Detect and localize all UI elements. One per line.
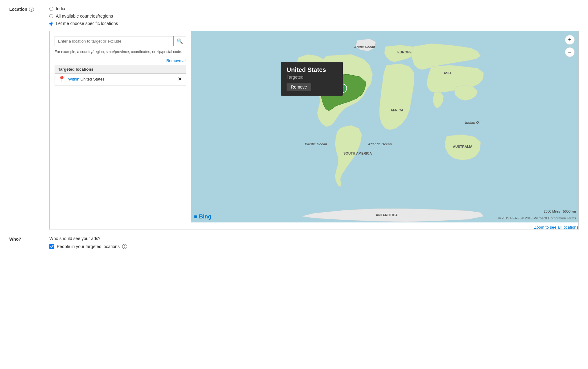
location-item-text: Within United States — [68, 77, 174, 81]
radio-specific[interactable]: Let me choose specific locations — [49, 21, 579, 26]
map-container: ASIA EUROPE AFRICA AUSTRALIA SOUTH AMERI… — [192, 31, 578, 222]
location-label: Location ? — [9, 6, 49, 12]
location-section: Location ? India All available countries… — [9, 6, 579, 230]
arctic-label: Arctic Ocean — [354, 45, 375, 49]
bing-logo: ■ Bing — [194, 214, 211, 220]
location-list-item: 📍 Within United States ✕ — [55, 74, 186, 85]
who-question: Who should see your ads? — [49, 236, 579, 241]
location-help-icon[interactable]: ? — [29, 7, 34, 12]
map-tooltip: United States Targeted Remove — [281, 62, 343, 96]
indian-label: Indian O... — [465, 121, 482, 124]
zoom-to-see-link[interactable]: Zoom to see all locations — [50, 225, 578, 230]
tooltip-status: Targeted — [287, 75, 337, 80]
search-button[interactable]: 🔍 — [173, 36, 186, 46]
pacific-label: Pacific Ocean — [305, 142, 327, 146]
search-row: 🔍 — [55, 36, 186, 46]
scale-miles: 2500 Miles — [544, 209, 560, 213]
location-radio-group: India All available countries/regions Le… — [49, 6, 579, 26]
people-in-targeted-checkbox[interactable] — [49, 244, 54, 249]
bing-text: Bing — [199, 214, 211, 220]
radio-specific-input[interactable] — [49, 22, 53, 26]
remove-all-link[interactable]: Remove all — [55, 58, 186, 63]
people-in-targeted-text: People in your targeted locations — [57, 244, 120, 249]
location-left-panel: 🔍 For example, a country/region, state/p… — [50, 31, 192, 222]
who-label: Who? — [9, 236, 49, 242]
who-help-icon[interactable]: ? — [122, 244, 127, 249]
atlantic-label: Atlantic Ocean — [368, 142, 392, 146]
tooltip-title: United States — [287, 66, 337, 73]
location-search-input[interactable] — [55, 36, 173, 46]
location-remove-button[interactable]: ✕ — [176, 76, 183, 82]
people-in-targeted-label[interactable]: People in your targeted locations ? — [49, 244, 579, 249]
targeted-locations-list: 📍 Within United States ✕ — [55, 73, 186, 85]
location-item-name: United States — [81, 77, 105, 81]
who-section: Who? Who should see your ads? People in … — [9, 236, 579, 249]
tooltip-remove-button[interactable]: Remove — [287, 83, 311, 91]
location-inner: 🔍 For example, a country/region, state/p… — [50, 31, 578, 222]
location-hint: For example, a country/region, state/pro… — [55, 49, 186, 55]
map-scale: 2500 Miles 5000 km — [544, 209, 576, 213]
radio-specific-label: Let me choose specific locations — [56, 21, 118, 26]
south-america-label: SOUTH AMERICA — [343, 151, 372, 155]
antarctica-label: ANTARCTICA — [376, 213, 398, 217]
europe-label: EUROPE — [397, 50, 412, 54]
who-content: Who should see your ads? People in your … — [49, 236, 579, 249]
asia-label: ASIA — [444, 71, 452, 75]
location-content: India All available countries/regions Le… — [49, 6, 579, 230]
location-pin-icon: 📍 — [58, 76, 66, 82]
radio-all-input[interactable] — [49, 14, 53, 18]
location-box: 🔍 For example, a country/region, state/p… — [49, 31, 579, 230]
radio-all-label: All available countries/regions — [56, 14, 113, 19]
map-zoom-in-button[interactable]: + — [565, 35, 575, 45]
australia-label: AUSTRALIA — [453, 145, 473, 148]
map-zoom-out-button[interactable]: − — [565, 47, 575, 57]
targeted-locations-header: Targeted locations — [55, 65, 186, 73]
map-background: ASIA EUROPE AFRICA AUSTRALIA SOUTH AMERI… — [192, 31, 578, 222]
radio-india-label: India — [56, 6, 65, 11]
scale-km: 5000 km — [563, 209, 576, 213]
map-svg: ASIA EUROPE AFRICA AUSTRALIA SOUTH AMERI… — [192, 31, 578, 222]
within-link[interactable]: Within — [68, 77, 79, 81]
location-title-text: Location — [9, 7, 27, 12]
map-attribution: © 2019 HERE, © 2019 Microsoft Corporatio… — [498, 216, 576, 220]
radio-india[interactable]: India — [49, 6, 579, 11]
africa-label: AFRICA — [391, 108, 404, 112]
radio-all[interactable]: All available countries/regions — [49, 14, 579, 19]
radio-india-input[interactable] — [49, 7, 53, 11]
